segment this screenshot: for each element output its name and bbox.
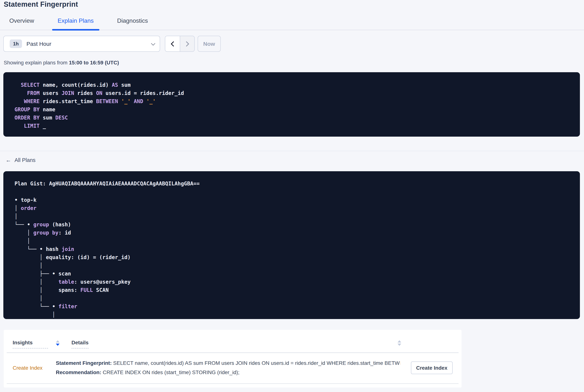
showing-plans-summary: Showing explain plans from 15:00 to 16:5… xyxy=(4,59,584,66)
action-cell: Create Index xyxy=(411,362,453,374)
time-range-select[interactable]: 1h Past Hour xyxy=(3,36,160,52)
card-footer xyxy=(4,384,462,388)
insight-cell: Create Index xyxy=(13,364,56,371)
chevron-down-icon xyxy=(151,41,155,46)
time-range-badge: 1h xyxy=(10,40,22,48)
insights-table-header: Insights Details xyxy=(4,330,462,352)
divider xyxy=(0,151,584,151)
plan-gist-box: Plan Gist: AgHUAQIABQAAAAHYAQIAiAEAAAADC… xyxy=(3,171,580,319)
create-index-link[interactable]: Create Index xyxy=(13,365,42,371)
chevron-left-icon xyxy=(171,41,176,46)
time-range-label: Past Hour xyxy=(26,40,51,47)
now-button[interactable]: Now xyxy=(198,36,221,52)
tab-diagnostics[interactable]: Diagnostics xyxy=(111,14,153,30)
column-header-insights[interactable]: Insights xyxy=(13,340,48,348)
summary-time-range: 15:00 to 16:59 (UTC) xyxy=(69,60,119,66)
sort-icon[interactable] xyxy=(56,340,59,346)
create-index-button[interactable]: Create Index xyxy=(411,362,453,374)
next-range-button[interactable] xyxy=(180,36,194,51)
sql-statement-box: SELECT name, count(rides.id) AS sum FROM… xyxy=(3,72,580,136)
insights-card: Insights Details Create Index Statement … xyxy=(4,330,462,388)
table-row: Create Index Statement Fingerprint: SELE… xyxy=(4,353,462,384)
recommendation-line: Recommendation: CREATE INDEX ON rides (s… xyxy=(56,370,400,375)
arrow-left-icon: ← xyxy=(5,157,11,163)
page-title: Statement Fingerprint xyxy=(4,0,584,8)
summary-prefix: Showing explain plans from xyxy=(4,60,69,66)
chevron-right-icon xyxy=(184,41,189,46)
tab-bar: Overview Explain Plans Diagnostics xyxy=(0,14,584,30)
tab-overview[interactable]: Overview xyxy=(4,14,40,30)
details-cell: Statement Fingerprint: SELECT name, coun… xyxy=(56,360,405,375)
column-header-details[interactable]: Details xyxy=(71,340,88,348)
tab-explain-plans[interactable]: Explain Plans xyxy=(52,14,99,30)
statement-fingerprint-page: Statement Fingerprint Overview Explain P… xyxy=(0,0,584,392)
sort-icon[interactable] xyxy=(398,340,401,346)
time-controls: 1h Past Hour Now xyxy=(3,36,584,52)
back-link-label: All Plans xyxy=(14,157,35,163)
statement-fingerprint-line: Statement Fingerprint: SELECT name, coun… xyxy=(56,360,400,366)
previous-range-button[interactable] xyxy=(165,36,180,51)
all-plans-back-link[interactable]: ← All Plans xyxy=(5,157,35,163)
time-nav-button-group xyxy=(165,36,195,52)
